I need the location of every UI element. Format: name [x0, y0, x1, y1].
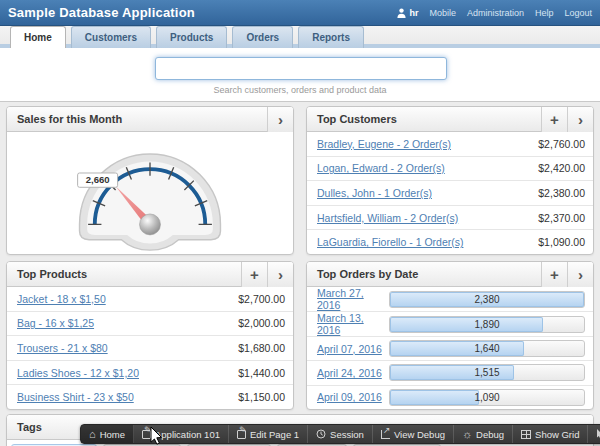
product-link[interactable]: Jacket - 18 x $1,50: [17, 293, 106, 305]
order-bar-track: 1,515: [389, 364, 585, 381]
customer-link[interactable]: Dulles, John - 1 Order(s): [317, 187, 432, 199]
product-link[interactable]: Business Shirt - 23 x $50: [17, 391, 134, 403]
cursor-icon: [596, 429, 600, 439]
product-link[interactable]: Ladies Shoes - 12 x $1,20: [17, 367, 139, 379]
order-bar-track: 1,640: [389, 340, 585, 357]
search-section: Search customers, orders and product dat…: [0, 48, 600, 102]
customer-link[interactable]: LaGuardia, Fiorello - 1 Order(s): [317, 236, 463, 248]
product-amount: $1,150.00: [238, 391, 285, 403]
customer-amount: $2,370.00: [538, 212, 585, 224]
product-link[interactable]: Bag - 16 x $1,25: [17, 317, 94, 329]
user-name: hr: [409, 8, 418, 18]
order-bar-row: March 13, 2016 1,890: [307, 311, 593, 336]
panel-title-top-customers: Top Customers: [307, 113, 541, 125]
order-date-link[interactable]: April 07, 2016: [317, 343, 389, 355]
order-bar-value: 1,090: [390, 390, 584, 405]
order-bar-value: 1,640: [390, 341, 584, 356]
gauge-hub: [140, 214, 161, 235]
order-date-link[interactable]: March 27, 2016: [317, 287, 389, 311]
toolbar-show-grid[interactable]: Show Grid: [513, 425, 588, 443]
tab-strip: Home Customers Products Orders Reports: [0, 26, 600, 48]
panel-title-sales: Sales for this Month: [7, 113, 267, 125]
customer-row: Bradley, Eugene - 2 Order(s) $2,760.00: [307, 132, 593, 156]
customers-drilldown-button chevron-right-icon[interactable]: [567, 107, 593, 132]
product-link[interactable]: Trousers - 21 x $80: [17, 342, 108, 354]
panel-top-customers: Top Customers Bradley, Eugene - 2 Order(…: [306, 106, 594, 255]
toolbar-debug[interactable]: ☼ Debug: [454, 425, 513, 443]
product-row: Business Shirt - 23 x $50 $1,150.00: [7, 384, 293, 409]
view-debug-icon: [381, 430, 390, 439]
toolbar-application-101[interactable]: Application 101: [134, 425, 229, 443]
order-date-link[interactable]: March 13, 2016: [317, 312, 389, 336]
header-link-administration[interactable]: Administration: [467, 8, 524, 18]
tab-reports[interactable]: Reports: [298, 26, 364, 48]
home-icon: ⌂: [89, 429, 96, 440]
tab-home[interactable]: Home: [10, 26, 66, 48]
order-date-link[interactable]: April 24, 2016: [317, 367, 389, 379]
user-icon: [397, 8, 406, 18]
toolbar-quick-edit[interactable]: Quick Edit: [588, 425, 600, 443]
gauge-svg: 2,660: [15, 133, 285, 253]
customers-add-button plus-icon[interactable]: [541, 107, 567, 132]
panel-top-orders-by-date: Top Orders by Date March 27, 2016 2,380 …: [306, 261, 594, 410]
panel-title-top-products: Top Products: [7, 268, 241, 280]
customer-amount: $2,380.00: [538, 187, 585, 199]
panel-top-products: Top Products Jacket - 18 x $1,50 $2,700.…: [6, 261, 294, 410]
order-bar-row: April 07, 2016 1,640: [307, 336, 593, 360]
search-help-text: Search customers, orders and product dat…: [0, 85, 600, 95]
customer-amount: $2,420.00: [538, 162, 585, 174]
tab-orders[interactable]: Orders: [232, 26, 293, 48]
order-bar-track: 1,890: [389, 316, 585, 333]
svg-text:2,660: 2,660: [86, 174, 110, 185]
order-date-link[interactable]: April 09, 2016: [317, 391, 389, 403]
order-bar-value: 1,515: [390, 365, 584, 380]
toolbar-view-debug[interactable]: View Debug: [373, 425, 454, 443]
products-drilldown-button chevron-right-icon[interactable]: [267, 262, 293, 287]
debug-icon: ☼: [462, 429, 472, 440]
header-link-logout[interactable]: Logout: [564, 8, 592, 18]
toolbar-home[interactable]: ⌂ Home: [81, 425, 134, 443]
orders-add-button plus-icon[interactable]: [541, 262, 567, 287]
search-input[interactable]: [155, 57, 447, 80]
order-bar-track: 1,090: [389, 389, 585, 406]
clock-icon: [316, 429, 326, 439]
toolbar-edit-page-1[interactable]: Edit Page 1: [229, 425, 308, 443]
order-bar-value: 1,890: [390, 317, 584, 332]
user-chip: hr: [397, 8, 418, 18]
customer-row: Hartsfield, William - 2 Order(s) $2,370.…: [307, 205, 593, 230]
app-header: Sample Database Application hr Mobile Ad…: [0, 0, 600, 26]
panel-sales-for-this-month: Sales for this Month: [6, 106, 294, 255]
section-divider: [0, 101, 600, 102]
customer-link[interactable]: Bradley, Eugene - 2 Order(s): [317, 138, 451, 150]
customer-row: LaGuardia, Fiorello - 1 Order(s) $1,090.…: [307, 229, 593, 254]
header-link-mobile[interactable]: Mobile: [429, 8, 456, 18]
customer-amount: $1,090.00: [538, 236, 585, 248]
product-row: Ladies Shoes - 12 x $1,20 $1,440.00: [7, 360, 293, 385]
order-bar-row: April 09, 2016 1,090: [307, 385, 593, 409]
header-link-help[interactable]: Help: [535, 8, 554, 18]
product-row: Bag - 16 x $1,25 $2,000.00: [7, 311, 293, 336]
gauge-value-label: 2,660: [78, 173, 118, 187]
product-row: Trousers - 21 x $80 $1,680.00: [7, 335, 293, 360]
customer-amount: $2,760.00: [538, 138, 585, 150]
products-add-button plus-icon[interactable]: [241, 262, 267, 287]
customer-link[interactable]: Logan, Edward - 2 Order(s): [317, 162, 445, 174]
panel-title-top-orders: Top Orders by Date: [307, 268, 541, 280]
product-row: Jacket - 18 x $1,50 $2,700.00: [7, 287, 293, 311]
app-title: Sample Database Application: [8, 5, 195, 20]
customer-row: Logan, Edward - 2 Order(s) $2,420.00: [307, 156, 593, 181]
product-amount: $1,440.00: [238, 367, 285, 379]
product-amount: $1,680.00: [238, 342, 285, 354]
tab-customers[interactable]: Customers: [71, 26, 151, 48]
customer-link[interactable]: Hartsfield, William - 2 Order(s): [317, 212, 458, 224]
edit-application-icon: [142, 430, 151, 439]
product-amount: $2,000.00: [238, 317, 285, 329]
order-bar-row: April 24, 2016 1,515: [307, 360, 593, 384]
grid-icon: [521, 430, 531, 439]
sales-gauge-chart: 2,660: [7, 132, 293, 254]
orders-drilldown-button chevron-right-icon[interactable]: [567, 262, 593, 287]
tab-products[interactable]: Products: [156, 26, 227, 48]
sales-drilldown-button chevron-right-icon[interactable]: [267, 107, 293, 132]
toolbar-session[interactable]: Session: [308, 425, 373, 443]
edit-page-icon: [237, 430, 246, 439]
